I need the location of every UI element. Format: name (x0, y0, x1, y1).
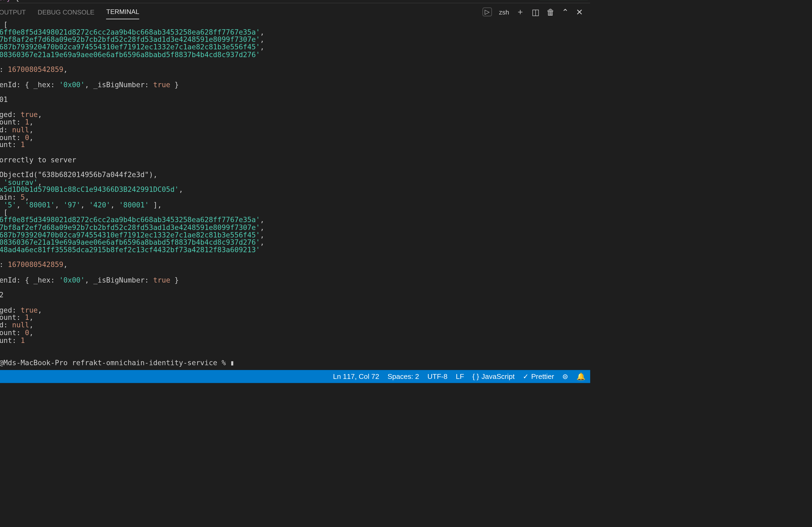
tab-output[interactable]: OUTPUT (0, 5, 26, 19)
cursor-position[interactable]: Ln 117, Col 72 (333, 373, 379, 381)
eol[interactable]: LF (456, 373, 464, 381)
kill-terminal-icon[interactable]: 🗑 (547, 7, 555, 17)
bell-icon[interactable]: 🔔 (577, 373, 585, 381)
close-panel-icon[interactable]: ✕ (576, 7, 583, 17)
encoding[interactable]: UTF-8 (427, 373, 448, 381)
split-terminal-icon[interactable]: ◫ (532, 7, 539, 17)
panel-tabs: PROBLEMS OUTPUT DEBUG CONSOLE TERMINAL ▷… (0, 3, 590, 21)
shell-name[interactable]: zsh (499, 9, 509, 16)
maximize-panel-icon[interactable]: ⌃ (562, 7, 569, 17)
new-terminal-icon[interactable]: ＋ (516, 7, 524, 18)
statusbar: ⎋ ⎇ feature/relayer_functions* ⟳ ⓧ 0 ⚠ 0… (0, 370, 590, 383)
tab-terminal[interactable]: TERMINAL (106, 5, 139, 19)
tab-debug-console[interactable]: DEBUG CONSOLE (38, 5, 95, 19)
launch-profile[interactable]: ▷ (482, 8, 492, 17)
terminal-output[interactable]: txHashes: [ '0xf16f6ff0e8f5d3498021d8272… (0, 21, 590, 370)
indent[interactable]: Spaces: 2 (388, 373, 419, 381)
code-editor[interactable]: 112113114115116117118119120121 // const … (0, 0, 590, 3)
prettier[interactable]: ✓ Prettier (523, 373, 554, 381)
feedback-icon[interactable]: ⊜ (562, 373, 568, 381)
minimap[interactable] (537, 0, 590, 3)
language-mode[interactable]: { } JavaScript (472, 373, 514, 381)
